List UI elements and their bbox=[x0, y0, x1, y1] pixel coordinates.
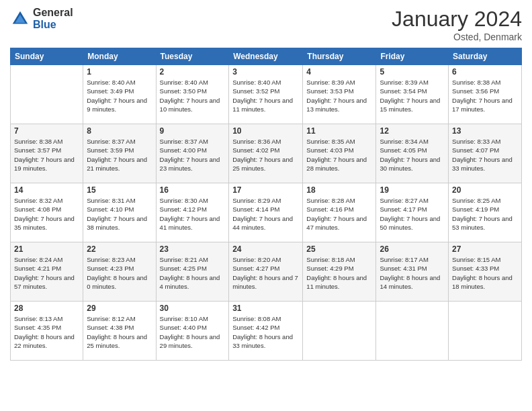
table-row: 6 Sunrise: 8:38 AMSunset: 3:56 PMDayligh… bbox=[449, 65, 522, 124]
logo-icon bbox=[10, 9, 30, 29]
day-number: 8 bbox=[87, 126, 152, 136]
day-number: 1 bbox=[87, 67, 152, 77]
day-number: 24 bbox=[232, 244, 299, 254]
day-info: Sunrise: 8:36 AMSunset: 4:02 PMDaylight:… bbox=[232, 137, 299, 173]
day-info: Sunrise: 8:18 AMSunset: 4:29 PMDaylight:… bbox=[306, 255, 372, 291]
day-info: Sunrise: 8:17 AMSunset: 4:31 PMDaylight:… bbox=[380, 255, 445, 291]
day-info: Sunrise: 8:37 AMSunset: 3:59 PMDaylight:… bbox=[87, 137, 152, 173]
table-row: 16 Sunrise: 8:30 AMSunset: 4:12 PMDaylig… bbox=[156, 183, 229, 242]
table-row: 2 Sunrise: 8:40 AMSunset: 3:50 PMDayligh… bbox=[156, 65, 229, 124]
day-info: Sunrise: 8:35 AMSunset: 4:03 PMDaylight:… bbox=[306, 137, 372, 173]
day-number: 15 bbox=[87, 185, 152, 195]
day-number: 3 bbox=[232, 67, 299, 77]
day-info: Sunrise: 8:40 AMSunset: 3:50 PMDaylight:… bbox=[160, 78, 226, 113]
calendar-week-1: 7 Sunrise: 8:38 AMSunset: 3:57 PMDayligh… bbox=[11, 124, 522, 183]
table-row: 3 Sunrise: 8:40 AMSunset: 3:52 PMDayligh… bbox=[229, 65, 303, 124]
day-info: Sunrise: 8:10 AMSunset: 4:40 PMDaylight:… bbox=[160, 314, 226, 350]
logo-blue: Blue bbox=[33, 19, 73, 31]
day-info: Sunrise: 8:32 AMSunset: 4:08 PMDaylight:… bbox=[14, 196, 79, 232]
day-info: Sunrise: 8:12 AMSunset: 4:38 PMDaylight:… bbox=[87, 314, 152, 350]
day-info: Sunrise: 8:13 AMSunset: 4:35 PMDaylight:… bbox=[14, 314, 79, 350]
table-row: 14 Sunrise: 8:32 AMSunset: 4:08 PMDaylig… bbox=[11, 183, 83, 242]
table-row: 8 Sunrise: 8:37 AMSunset: 3:59 PMDayligh… bbox=[83, 124, 156, 183]
table-row: 22 Sunrise: 8:23 AMSunset: 4:23 PMDaylig… bbox=[83, 242, 156, 302]
calendar-week-2: 14 Sunrise: 8:32 AMSunset: 4:08 PMDaylig… bbox=[11, 183, 522, 242]
table-row: 13 Sunrise: 8:33 AMSunset: 4:07 PMDaylig… bbox=[449, 124, 522, 183]
day-info: Sunrise: 8:38 AMSunset: 3:56 PMDaylight:… bbox=[452, 78, 518, 113]
day-number: 10 bbox=[232, 126, 299, 136]
day-number: 28 bbox=[14, 304, 79, 313]
col-wednesday: Wednesday bbox=[229, 48, 303, 65]
day-number: 7 bbox=[14, 126, 79, 136]
col-monday: Monday bbox=[83, 48, 156, 65]
col-thursday: Thursday bbox=[303, 48, 376, 65]
table-row: 12 Sunrise: 8:34 AMSunset: 4:05 PMDaylig… bbox=[376, 124, 449, 183]
table-row: 7 Sunrise: 8:38 AMSunset: 3:57 PMDayligh… bbox=[11, 124, 83, 183]
table-row bbox=[449, 302, 522, 361]
day-info: Sunrise: 8:08 AMSunset: 4:42 PMDaylight:… bbox=[232, 314, 299, 350]
calendar-table: Sunday Monday Tuesday Wednesday Thursday… bbox=[10, 48, 522, 361]
table-row: 20 Sunrise: 8:25 AMSunset: 4:19 PMDaylig… bbox=[449, 183, 522, 242]
table-row: 11 Sunrise: 8:35 AMSunset: 4:03 PMDaylig… bbox=[303, 124, 376, 183]
day-number: 4 bbox=[306, 67, 372, 77]
table-row: 19 Sunrise: 8:27 AMSunset: 4:17 PMDaylig… bbox=[376, 183, 449, 242]
day-number: 12 bbox=[380, 126, 445, 136]
day-number: 16 bbox=[160, 185, 226, 195]
table-row bbox=[376, 302, 449, 361]
day-number: 23 bbox=[160, 244, 226, 254]
day-info: Sunrise: 8:15 AMSunset: 4:33 PMDaylight:… bbox=[452, 255, 518, 291]
day-number: 25 bbox=[306, 244, 372, 254]
table-row: 24 Sunrise: 8:20 AMSunset: 4:27 PMDaylig… bbox=[229, 242, 303, 302]
calendar-week-3: 21 Sunrise: 8:24 AMSunset: 4:21 PMDaylig… bbox=[11, 242, 522, 302]
logo-text: General Blue bbox=[33, 7, 73, 30]
table-row: 10 Sunrise: 8:36 AMSunset: 4:02 PMDaylig… bbox=[229, 124, 303, 183]
table-row bbox=[11, 65, 83, 124]
table-row: 4 Sunrise: 8:39 AMSunset: 3:53 PMDayligh… bbox=[303, 65, 376, 124]
col-friday: Friday bbox=[376, 48, 449, 65]
day-number: 18 bbox=[306, 185, 372, 195]
title-section: January 2024 Osted, Denmark bbox=[392, 7, 522, 42]
table-row: 29 Sunrise: 8:12 AMSunset: 4:38 PMDaylig… bbox=[83, 302, 156, 361]
day-info: Sunrise: 8:40 AMSunset: 3:49 PMDaylight:… bbox=[87, 78, 152, 113]
table-row: 9 Sunrise: 8:37 AMSunset: 4:00 PMDayligh… bbox=[156, 124, 229, 183]
table-row bbox=[303, 302, 376, 361]
day-info: Sunrise: 8:29 AMSunset: 4:14 PMDaylight:… bbox=[232, 196, 299, 232]
day-number: 26 bbox=[380, 244, 445, 254]
day-info: Sunrise: 8:30 AMSunset: 4:12 PMDaylight:… bbox=[160, 196, 226, 232]
month-title: January 2024 bbox=[392, 7, 522, 32]
col-saturday: Saturday bbox=[449, 48, 522, 65]
day-info: Sunrise: 8:39 AMSunset: 3:54 PMDaylight:… bbox=[380, 78, 445, 113]
day-info: Sunrise: 8:27 AMSunset: 4:17 PMDaylight:… bbox=[380, 196, 445, 232]
day-number: 17 bbox=[232, 185, 299, 195]
day-info: Sunrise: 8:24 AMSunset: 4:21 PMDaylight:… bbox=[14, 255, 79, 291]
day-info: Sunrise: 8:39 AMSunset: 3:53 PMDaylight:… bbox=[306, 78, 372, 113]
day-number: 11 bbox=[306, 126, 372, 136]
day-number: 19 bbox=[380, 185, 445, 195]
table-row: 26 Sunrise: 8:17 AMSunset: 4:31 PMDaylig… bbox=[376, 242, 449, 302]
logo-general: General bbox=[33, 7, 73, 19]
day-number: 20 bbox=[452, 185, 518, 195]
day-info: Sunrise: 8:33 AMSunset: 4:07 PMDaylight:… bbox=[452, 137, 518, 173]
day-info: Sunrise: 8:38 AMSunset: 3:57 PMDaylight:… bbox=[14, 137, 79, 173]
table-row: 27 Sunrise: 8:15 AMSunset: 4:33 PMDaylig… bbox=[449, 242, 522, 302]
table-row: 18 Sunrise: 8:28 AMSunset: 4:16 PMDaylig… bbox=[303, 183, 376, 242]
table-row: 25 Sunrise: 8:18 AMSunset: 4:29 PMDaylig… bbox=[303, 242, 376, 302]
calendar-page: General Blue January 2024 Osted, Denmark… bbox=[0, 0, 532, 411]
day-number: 9 bbox=[160, 126, 226, 136]
day-info: Sunrise: 8:37 AMSunset: 4:00 PMDaylight:… bbox=[160, 137, 226, 173]
day-info: Sunrise: 8:21 AMSunset: 4:25 PMDaylight:… bbox=[160, 255, 226, 291]
header: General Blue January 2024 Osted, Denmark bbox=[10, 7, 522, 42]
col-sunday: Sunday bbox=[11, 48, 83, 65]
day-number: 21 bbox=[14, 244, 79, 254]
day-info: Sunrise: 8:20 AMSunset: 4:27 PMDaylight:… bbox=[232, 255, 299, 291]
day-number: 13 bbox=[452, 126, 518, 136]
day-number: 27 bbox=[452, 244, 518, 254]
day-number: 29 bbox=[87, 304, 152, 313]
table-row: 17 Sunrise: 8:29 AMSunset: 4:14 PMDaylig… bbox=[229, 183, 303, 242]
day-info: Sunrise: 8:28 AMSunset: 4:16 PMDaylight:… bbox=[306, 196, 372, 232]
day-number: 31 bbox=[232, 304, 299, 313]
calendar-week-0: 1 Sunrise: 8:40 AMSunset: 3:49 PMDayligh… bbox=[11, 65, 522, 124]
day-number: 30 bbox=[160, 304, 226, 313]
day-info: Sunrise: 8:34 AMSunset: 4:05 PMDaylight:… bbox=[380, 137, 445, 173]
day-info: Sunrise: 8:23 AMSunset: 4:23 PMDaylight:… bbox=[87, 255, 152, 291]
